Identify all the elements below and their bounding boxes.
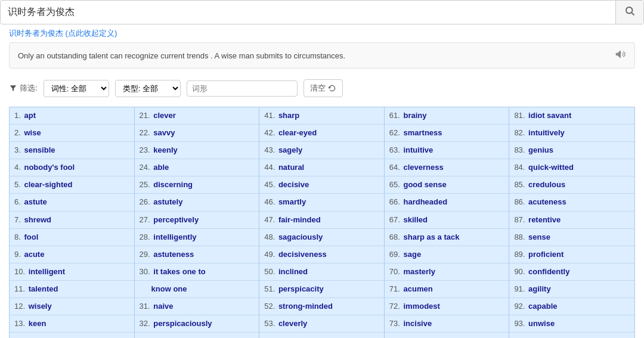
list-item[interactable]: 88. sense xyxy=(509,229,634,246)
list-item[interactable]: 42. clear-eyed xyxy=(259,125,384,142)
list-item[interactable]: 86. acuteness xyxy=(509,194,634,211)
word-number: 27. xyxy=(140,215,153,224)
list-item[interactable]: 2. wise xyxy=(10,125,134,142)
list-item[interactable]: 31. naive xyxy=(135,298,259,315)
word-label: sharp as a tack xyxy=(403,232,459,241)
word-grid: 1. apt2. wise3. sensible4. nobody's fool… xyxy=(9,107,635,338)
list-item[interactable]: 89. proficient xyxy=(509,246,634,263)
list-item[interactable]: 91. agility xyxy=(509,281,634,298)
speaker-icon[interactable] xyxy=(615,49,626,62)
list-item[interactable]: 64. cleverness xyxy=(385,159,509,176)
clear-button[interactable]: 清空 xyxy=(304,79,343,97)
list-item[interactable]: 69. sage xyxy=(385,246,509,263)
search-input[interactable] xyxy=(1,2,615,23)
list-item[interactable]: 62. smartness xyxy=(385,125,509,142)
filter-icon xyxy=(9,84,17,92)
pos-filter-select[interactable]: 词性: 全部 xyxy=(44,80,109,97)
list-item[interactable]: 21. clever xyxy=(135,107,259,125)
list-item[interactable]: 50. inclined xyxy=(259,263,384,281)
list-item[interactable]: 61. brainy xyxy=(385,107,509,125)
list-item[interactable]: 13. keen xyxy=(10,315,134,333)
list-item[interactable]: 9. acute xyxy=(10,246,134,263)
list-item[interactable]: 52. strong-minded xyxy=(259,298,384,315)
list-item[interactable]: 27. perceptively xyxy=(135,212,259,229)
list-item[interactable]: 93. unwise xyxy=(509,315,634,333)
list-item[interactable]: 45. decisive xyxy=(259,176,384,194)
type-filter-select[interactable]: 类型: 全部 xyxy=(115,80,181,97)
word-label: strong-minded xyxy=(278,302,333,311)
word-number: 13. xyxy=(14,319,27,328)
list-item[interactable]: 67. skilled xyxy=(385,212,509,229)
word-number: 9. xyxy=(14,250,23,259)
list-item[interactable]: 49. decisiveness xyxy=(259,246,384,263)
list-item[interactable]: 12. wisely xyxy=(10,298,134,315)
list-item[interactable]: 83. genius xyxy=(509,142,634,159)
list-item[interactable]: 14. judicious xyxy=(10,333,134,338)
list-item[interactable]: 28. intelligently xyxy=(135,229,259,246)
form-filter-input[interactable] xyxy=(187,80,298,97)
search-button[interactable] xyxy=(615,1,643,24)
list-item[interactable]: 33. wise guy xyxy=(135,333,259,338)
list-item[interactable]: 51. perspicacity xyxy=(259,281,384,298)
list-item[interactable]: 74. cultivated xyxy=(385,333,509,338)
list-item[interactable]: 44. natural xyxy=(259,159,384,176)
list-item[interactable]: 1. apt xyxy=(10,107,134,125)
list-item[interactable]: 10. intelligent xyxy=(10,263,134,281)
list-item[interactable]: 53. cleverly xyxy=(259,315,384,333)
list-item[interactable]: 63. intuitive xyxy=(385,142,509,159)
list-item[interactable]: 90. confidently xyxy=(509,263,634,281)
list-item[interactable]: 46. smartly xyxy=(259,194,384,211)
list-item[interactable]: 6. astute xyxy=(10,194,134,211)
list-item[interactable]: 66. hardheaded xyxy=(385,194,509,211)
list-item[interactable]: 8. fool xyxy=(10,229,134,246)
word-column-1: 1. apt2. wise3. sensible4. nobody's fool… xyxy=(10,107,135,338)
list-item[interactable]: 72. immodest xyxy=(385,298,509,315)
list-item[interactable]: 70. masterly xyxy=(385,263,509,281)
list-item[interactable]: 26. astutely xyxy=(135,194,259,211)
word-number: 81. xyxy=(514,111,527,120)
list-item[interactable]: know one xyxy=(135,281,259,298)
list-item[interactable]: 41. sharp xyxy=(259,107,384,125)
list-item[interactable]: 23. keenly xyxy=(135,142,259,159)
definition-link[interactable]: 识时务者为俊杰 (点此收起定义) xyxy=(0,24,126,42)
list-item[interactable]: 48. sagaciously xyxy=(259,229,384,246)
list-item[interactable]: 3. sensible xyxy=(10,142,134,159)
list-item[interactable]: 4. nobody's fool xyxy=(10,159,134,176)
list-item[interactable]: 32. perspicaciously xyxy=(135,315,259,333)
word-number: 49. xyxy=(264,250,277,259)
list-item[interactable]: 11. talented xyxy=(10,281,134,298)
list-item[interactable]: 85. credulous xyxy=(509,176,634,194)
list-item[interactable]: 22. savvy xyxy=(135,125,259,142)
word-label: acumen xyxy=(403,284,432,293)
word-label: intelligently xyxy=(153,232,196,241)
list-item[interactable]: 68. sharp as a tack xyxy=(385,229,509,246)
list-item[interactable]: 5. clear-sighted xyxy=(10,176,134,194)
list-item[interactable]: 29. astuteness xyxy=(135,246,259,263)
word-number: 93. xyxy=(514,319,527,328)
list-item[interactable]: 82. intuitively xyxy=(509,125,634,142)
word-number: 31. xyxy=(140,302,153,311)
word-number: 29. xyxy=(140,250,153,259)
word-number: 62. xyxy=(389,128,402,137)
list-item[interactable]: 24. able xyxy=(135,159,259,176)
list-item[interactable]: 73. incisive xyxy=(385,315,509,333)
word-label: savvy xyxy=(153,128,175,137)
list-item[interactable]: 81. idiot savant xyxy=(509,107,634,125)
list-item[interactable]: 87. retentive xyxy=(509,212,634,229)
list-item[interactable]: 84. quick-witted xyxy=(509,159,634,176)
list-item[interactable]: 71. acumen xyxy=(385,281,509,298)
list-item[interactable]: 43. sagely xyxy=(259,142,384,159)
list-item[interactable]: 92. capable xyxy=(509,298,634,315)
word-label: sagaciously xyxy=(278,232,323,241)
word-number: 85. xyxy=(514,180,527,189)
list-item[interactable]: 65. good sense xyxy=(385,176,509,194)
word-label: acute xyxy=(24,250,44,259)
word-label: incisive xyxy=(403,319,432,328)
list-item[interactable]: 25. discerning xyxy=(135,176,259,194)
list-item[interactable]: 7. shrewd xyxy=(10,212,134,229)
list-item[interactable]: 30. it takes one to xyxy=(135,263,259,281)
list-item[interactable]: 94. mind xyxy=(509,333,634,338)
word-number: 4. xyxy=(14,163,23,172)
list-item[interactable]: 47. fair-minded xyxy=(259,212,384,229)
list-item[interactable]: 54. smart xyxy=(259,333,384,338)
